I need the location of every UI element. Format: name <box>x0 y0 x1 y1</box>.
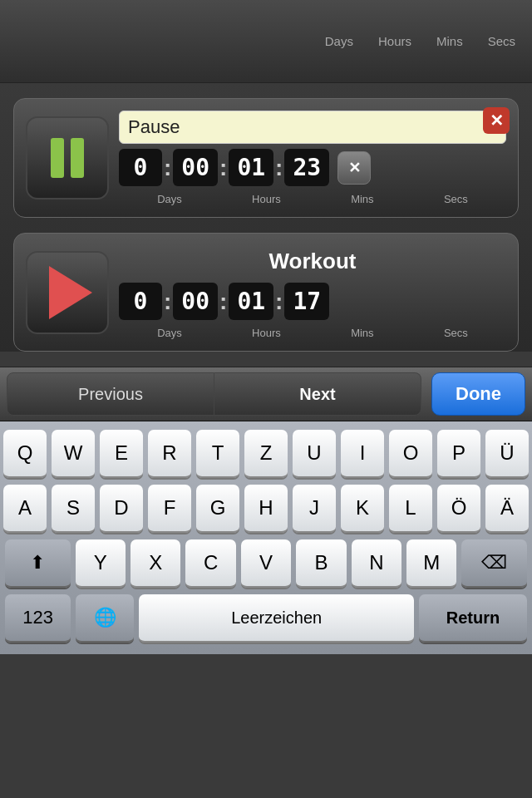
key-n[interactable]: N <box>352 539 401 588</box>
label-hours: Hours <box>378 34 411 48</box>
time-digits-workout: 0 : 00 : 01 : 17 <box>119 283 329 320</box>
secs-pause: 23 <box>284 149 329 186</box>
days-workout: 0 <box>119 283 162 320</box>
play-icon <box>49 266 92 319</box>
label-hours-workout: Hours <box>252 327 281 339</box>
mins-workout: 01 <box>229 283 273 320</box>
key-k[interactable]: K <box>341 485 384 533</box>
key-a-umlaut[interactable]: Ä <box>485 485 529 533</box>
secs-workout: 17 <box>284 283 329 320</box>
key-l[interactable]: L <box>389 485 432 533</box>
shift-key[interactable]: ⬆ <box>5 539 71 588</box>
key-p[interactable]: P <box>437 430 480 478</box>
label-secs: Secs <box>488 34 515 48</box>
label-mins-workout: Mins <box>351 327 373 339</box>
delete-key[interactable]: ⌫ <box>461 539 527 588</box>
next-button[interactable]: Next <box>214 372 421 416</box>
days-pause: 0 <box>119 149 162 186</box>
pause-button[interactable] <box>26 116 109 200</box>
timer-display-workout: 0 : 00 : 01 : 17 <box>119 283 506 320</box>
space-key[interactable]: Leerzeichen <box>139 594 414 643</box>
keyboard: Q W E R T Z U I O P Ü A S D F G H J K L … <box>0 421 532 654</box>
done-button[interactable]: Done <box>431 372 525 416</box>
timer-card-pause: ✕ 0 : 00 : 01 : 23 <box>13 98 519 218</box>
pause-bar-right <box>71 138 84 178</box>
key-i[interactable]: I <box>341 430 384 478</box>
time-digits-pause: 0 : 00 : 01 : 23 <box>119 149 329 186</box>
mins-pause: 01 <box>229 149 273 186</box>
key-a[interactable]: A <box>3 485 47 533</box>
key-e[interactable]: E <box>100 430 143 478</box>
key-u-umlaut[interactable]: Ü <box>485 430 529 478</box>
key-c[interactable]: C <box>185 539 235 588</box>
timer-right-workout: Workout 0 : 00 : 01 : 17 Days Hours M <box>119 245 506 339</box>
label-secs-workout: Secs <box>444 327 468 339</box>
pause-bar-left <box>51 138 64 178</box>
key-h[interactable]: H <box>244 485 288 533</box>
timer-name-input-pause[interactable] <box>119 111 506 144</box>
globe-key[interactable]: 🌐 <box>76 594 134 643</box>
label-mins-pause: Mins <box>351 193 373 205</box>
key-o-umlaut[interactable]: Ö <box>437 485 480 533</box>
timer-card-workout: Workout 0 : 00 : 01 : 17 Days Hours M <box>13 233 519 352</box>
top-labels: Days Hours Mins Secs <box>325 34 515 48</box>
key-y[interactable]: Y <box>76 539 126 588</box>
key-j[interactable]: J <box>293 485 336 533</box>
key-u[interactable]: U <box>293 430 336 478</box>
close-button-pause[interactable]: ✕ <box>483 107 510 134</box>
key-q[interactable]: Q <box>3 430 47 478</box>
hours-pause: 00 <box>173 149 218 186</box>
key-w[interactable]: W <box>52 430 95 478</box>
play-button-workout[interactable] <box>26 251 109 334</box>
key-g[interactable]: G <box>196 485 239 533</box>
main-area: ✕ 0 : 00 : 01 : 23 <box>0 83 532 352</box>
timer-display-pause: 0 : 00 : 01 : 23 ✕ <box>119 149 506 186</box>
toolbar: Previous Next Done <box>0 367 532 421</box>
time-labels-pause: Days Hours Mins Secs <box>119 193 506 205</box>
keyboard-row-3: ⬆ Y X C V B N M ⌫ <box>5 539 527 588</box>
label-days-workout: Days <box>157 327 182 339</box>
top-area: Days Hours Mins Secs <box>0 0 532 83</box>
timer-right-pause: 0 : 00 : 01 : 23 ✕ Days Hours Mins Secs <box>119 111 506 205</box>
keyboard-row-1: Q W E R T Z U I O P Ü <box>5 430 527 478</box>
key-m[interactable]: M <box>406 539 456 588</box>
key-x[interactable]: X <box>131 539 180 588</box>
label-hours-pause: Hours <box>252 193 281 205</box>
key-f[interactable]: F <box>148 485 191 533</box>
time-labels-workout: Days Hours Mins Secs <box>119 327 506 339</box>
timer-title-workout: Workout <box>119 245 506 278</box>
pause-icon <box>51 138 84 178</box>
label-days-pause: Days <box>157 193 182 205</box>
key-t[interactable]: T <box>196 430 239 478</box>
label-mins: Mins <box>436 34 463 48</box>
label-days: Days <box>325 34 353 48</box>
key-v[interactable]: V <box>241 539 291 588</box>
key-b[interactable]: B <box>296 539 346 588</box>
keyboard-row-4: 123 🌐 Leerzeichen Return <box>5 594 527 643</box>
previous-button[interactable]: Previous <box>7 372 214 416</box>
key-s[interactable]: S <box>52 485 95 533</box>
key-o[interactable]: O <box>389 430 432 478</box>
numbers-key[interactable]: 123 <box>5 594 71 643</box>
keyboard-row-2: A S D F G H J K L Ö Ä <box>5 485 527 533</box>
key-z[interactable]: Z <box>244 430 288 478</box>
clear-time-button-pause[interactable]: ✕ <box>337 151 371 185</box>
return-key[interactable]: Return <box>419 594 527 643</box>
label-secs-pause: Secs <box>444 193 468 205</box>
hours-workout: 00 <box>173 283 218 320</box>
key-d[interactable]: D <box>100 485 143 533</box>
key-r[interactable]: R <box>148 430 191 478</box>
